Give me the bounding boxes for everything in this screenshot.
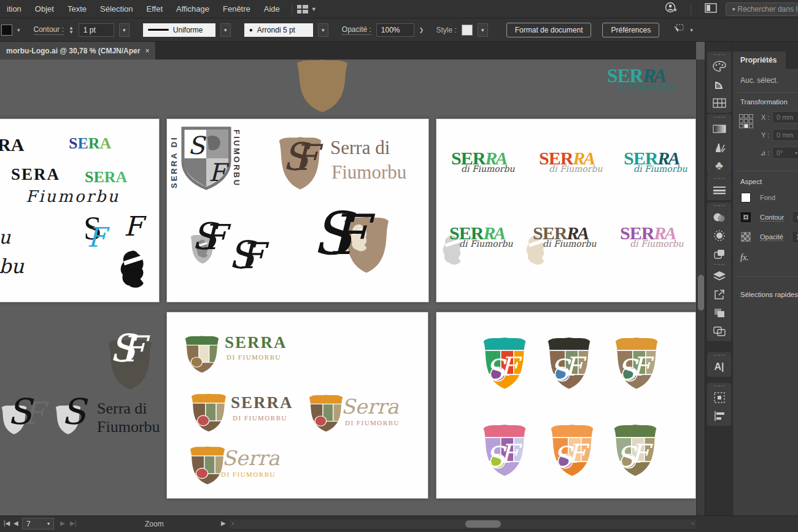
ab2-name-line2[interactable]: Fiumorbu xyxy=(331,161,406,183)
share-account-icon[interactable] xyxy=(665,2,677,16)
stroke-width-stepper[interactable]: ▲▼ xyxy=(69,26,74,34)
color-panel-icon[interactable] xyxy=(707,58,731,75)
menu-texte[interactable]: Texte xyxy=(61,4,93,13)
scroll-right-arrow-icon[interactable]: › xyxy=(692,520,694,526)
stroke-label[interactable]: Contour : xyxy=(34,25,64,35)
swatches-panel-icon[interactable] xyxy=(707,94,731,112)
ab5-shield-5[interactable]: SF xyxy=(548,421,596,477)
brush-select[interactable]: ● Arrondi 5 pt xyxy=(244,23,313,37)
width-profile-select[interactable]: Uniforme xyxy=(143,23,215,37)
properties-tab[interactable]: Propriétés xyxy=(733,52,786,69)
stroke-panel-icon[interactable] xyxy=(707,182,731,199)
appearance-panel-icon[interactable] xyxy=(707,227,731,244)
artboards-panel-icon[interactable] xyxy=(707,286,731,303)
dock-grip[interactable] xyxy=(707,352,731,358)
isolate-selection-icon[interactable] xyxy=(672,23,685,36)
ab3-logo-brown-head[interactable]: SERRAdi Fiumorbu xyxy=(533,224,604,248)
ab4-shield-1[interactable] xyxy=(183,333,221,374)
ab5-shield-3[interactable]: SF xyxy=(613,334,660,390)
fill-swatch[interactable] xyxy=(741,193,751,202)
ab4-word-2[interactable]: SERRA xyxy=(231,393,293,412)
workspace-switcher[interactable]: ▼ xyxy=(297,5,317,13)
artboard-number-select[interactable]: 7 ▾ xyxy=(22,518,54,530)
ab5-shield-2[interactable]: SF xyxy=(545,334,593,390)
ab1-moor-head[interactable] xyxy=(118,249,151,289)
menu-objet[interactable]: Objet xyxy=(28,4,61,13)
dock-grip[interactable] xyxy=(707,52,731,58)
menu-aide[interactable]: Aide xyxy=(257,4,287,13)
ab4-word-1[interactable]: SERRA xyxy=(225,333,287,352)
preferences-button[interactable]: Préférences xyxy=(602,23,659,37)
opacity-expand-arrow[interactable]: ❯ xyxy=(419,27,424,33)
fill-color-swatch[interactable] xyxy=(1,25,12,36)
ab1-fragment-u[interactable]: u xyxy=(0,226,10,248)
opacity-field[interactable]: 100% xyxy=(376,23,414,37)
pasteboard-name-line1[interactable]: Serra di xyxy=(97,399,147,418)
opacity-swatch[interactable] xyxy=(741,232,751,242)
ab2-sf-monogram-small[interactable]: SF xyxy=(192,218,227,255)
dock-grip[interactable] xyxy=(707,202,731,209)
horizontal-scrollbar-thumb[interactable] xyxy=(465,520,501,528)
menu-fenetre[interactable]: Fenêtre xyxy=(216,4,257,13)
search-input[interactable]: ▾ Rechercher dans l' xyxy=(726,2,798,16)
ab5-shield-4[interactable]: SF xyxy=(481,421,529,477)
character-panel-icon[interactable]: A| xyxy=(707,358,731,376)
angle-select[interactable]: 0°▾ xyxy=(772,147,798,159)
ab4-sub-1[interactable]: DI FIUMORBU xyxy=(227,353,281,361)
ab4-sub-3[interactable]: DI FIUMORBU xyxy=(345,419,400,426)
effects-fx-button[interactable]: fx. xyxy=(740,253,749,263)
ab3-logo-teal[interactable]: SERRAdi Fiumorbu xyxy=(624,149,695,173)
stroke-width-field[interactable]: 1 pt xyxy=(79,23,114,37)
opacity-field-partial[interactable]: 1 xyxy=(792,231,798,243)
menu-edition[interactable]: ition xyxy=(0,4,28,13)
ab5-shield-6[interactable]: SF xyxy=(611,421,659,477)
ab2-name-line1[interactable]: Serra di xyxy=(330,137,390,159)
arrange-documents-icon[interactable] xyxy=(705,3,717,15)
reference-point-grid[interactable] xyxy=(739,114,753,128)
close-tab-icon[interactable]: × xyxy=(145,47,149,55)
pasteboard-teal-logo[interactable]: SERRAdi Fiumorbu xyxy=(607,66,682,91)
menu-selection[interactable]: Sélection xyxy=(93,4,139,13)
dock-grip[interactable] xyxy=(707,261,731,268)
status-menu-arrow[interactable]: ▶ xyxy=(221,520,226,526)
ab4-sub-2[interactable]: DI FIUMORBU xyxy=(233,414,287,422)
dock-grip[interactable] xyxy=(707,114,731,120)
ab3-logo-purple[interactable]: SERRAdi Fiumorbu xyxy=(620,224,691,248)
menu-effet[interactable]: Effet xyxy=(140,4,170,13)
stroke-label[interactable]: Contour xyxy=(760,214,784,222)
symbols-panel-icon[interactable]: ♣ xyxy=(707,157,731,174)
style-swatch[interactable] xyxy=(462,25,473,36)
vertical-scrollbar[interactable]: ▼ xyxy=(696,60,705,532)
graphic-styles-panel-icon[interactable] xyxy=(707,245,731,263)
chevron-down-icon[interactable]: ▾ xyxy=(690,27,693,33)
width-profile-dropdown[interactable]: ▾ xyxy=(220,23,231,37)
first-artboard-icon[interactable]: |◀ xyxy=(4,520,10,526)
chevron-down-icon[interactable]: ▾ xyxy=(17,27,20,33)
pasteboard-s-monogram-2[interactable]: S xyxy=(61,394,86,430)
ab4-word-3[interactable]: Serra xyxy=(341,395,398,418)
ab1-sera-green[interactable]: SERA xyxy=(85,168,127,187)
ab4-shield-2[interactable] xyxy=(189,391,228,433)
ab1-sera-black[interactable]: SERA xyxy=(11,165,60,184)
gradient-panel-icon[interactable] xyxy=(707,120,731,137)
opacity-label[interactable]: Opacité : xyxy=(342,25,371,35)
brush-dropdown[interactable]: ▾ xyxy=(318,23,328,37)
pathfinder-panel-icon[interactable] xyxy=(707,304,731,322)
canvas-area[interactable]: SERRAdi Fiumorbu SF F S S Serra di Fiumo… xyxy=(0,60,696,515)
ab5-shield-1[interactable]: SF xyxy=(481,334,529,390)
style-dropdown[interactable]: ▾ xyxy=(478,23,488,37)
stroke-width-field-partial[interactable]: ↕ xyxy=(792,211,798,223)
color-guide-panel-icon[interactable] xyxy=(707,76,731,93)
ab1-fiumorbu-script[interactable]: Fiumorbu xyxy=(26,187,120,206)
opacity-label[interactable]: Opacité xyxy=(760,233,783,241)
prev-artboard-icon[interactable]: ◀ xyxy=(14,520,18,526)
ab2-quartered-shield[interactable]: S F SERRA DI FIUMORBU xyxy=(171,125,242,192)
ab4-shield-3[interactable] xyxy=(307,392,345,433)
next-artboard-icon[interactable]: ▶ xyxy=(60,520,65,526)
ab4-word-4[interactable]: Serra xyxy=(222,446,279,470)
pasteboard-brown-shield[interactable] xyxy=(293,60,351,114)
ab1-f-cyan[interactable]: F xyxy=(87,224,106,251)
ab4-sub-4[interactable]: DI FIUMORBU xyxy=(221,471,276,478)
ab1-f-script[interactable]: F xyxy=(124,213,143,240)
dock-grip[interactable] xyxy=(707,175,731,182)
